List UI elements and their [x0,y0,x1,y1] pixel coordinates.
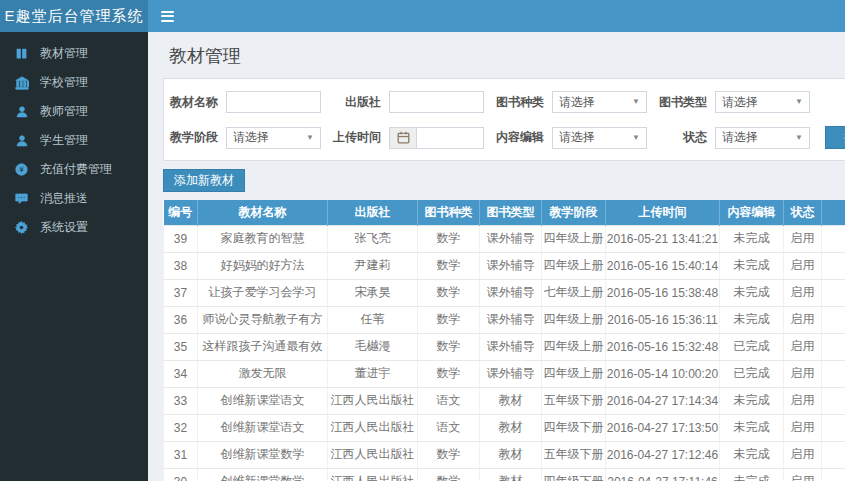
svg-text:¥: ¥ [19,165,24,174]
status-select[interactable]: 请选择 ▼ [715,127,810,149]
action-cell [822,414,845,441]
table-row: 33创维新课堂语文江西人民出版社语文教材五年级下册2016-04-27 17:1… [164,387,845,414]
filter-label-publisher: 出版社 [333,94,381,111]
table-row: 34激发无限董进宇数学课外辅导四年级上册2016-05-14 10:00:20已… [164,360,845,387]
table-cell: 家庭教育的智慧 [198,225,328,252]
table-cell: 课外辅导 [480,333,542,360]
select-value: 请选择 [722,129,758,146]
publisher-input[interactable] [389,91,484,113]
search-button[interactable]: 搜索 [825,126,845,149]
table-cell: 未完成 [720,387,784,414]
table-cell: 数学 [418,468,480,481]
table-cell: 启用 [784,306,822,333]
table-cell: 四年级上册 [542,306,606,333]
table-cell: 数学 [418,225,480,252]
textbook-table: 编号教材名称出版社图书种类图书类型教学阶段上传时间内容编辑状态 39家庭教育的智… [163,200,845,481]
sidebar-item-schools[interactable]: 学校管理 [0,68,148,97]
table-header-cell: 编号 [164,200,198,225]
table-cell: 启用 [784,279,822,306]
sidebar-item-label: 充值付费管理 [40,161,112,178]
sidebar-item-label: 学生管理 [40,132,88,149]
table-header-cell: 出版社 [328,200,418,225]
action-cell [822,306,845,333]
table-cell: 宋承昊 [328,279,418,306]
table-cell: 2016-04-27 17:11:46 [606,468,720,481]
table-header-cell [822,200,845,225]
table-cell: 启用 [784,468,822,481]
table-cell: 教材 [480,441,542,468]
table-cell: 已完成 [720,333,784,360]
table-cell: 这样跟孩子沟通最有效 [198,333,328,360]
table-cell: 任苇 [328,306,418,333]
chevron-down-icon: ▼ [632,98,640,106]
sidebar-item-teachers[interactable]: 教师管理 [0,97,148,126]
sidebar-item-settings[interactable]: 系统设置 [0,213,148,242]
sidebar-toggle-icon[interactable] [161,11,174,22]
action-cell [822,468,845,481]
table-cell: 课外辅导 [480,252,542,279]
table-cell: 38 [164,252,198,279]
sidebar-item-students[interactable]: 学生管理 [0,126,148,155]
table-header-cell: 图书类型 [480,200,542,225]
table-cell: 35 [164,333,198,360]
table-cell: 未完成 [720,225,784,252]
table-cell: 课外辅导 [480,225,542,252]
table-cell: 数学 [418,360,480,387]
action-cell [822,225,845,252]
sidebar-item-payments[interactable]: ¥ 充值付费管理 [0,155,148,184]
book-type-select[interactable]: 请选择 ▼ [715,91,810,113]
table-cell: 未完成 [720,441,784,468]
table-cell: 启用 [784,333,822,360]
sidebar-item-label: 消息推送 [40,190,88,207]
topbar: E趣堂后台管理系统 [0,0,845,32]
table-cell: 七年级上册 [542,279,606,306]
table-cell: 江西人民出版社 [328,414,418,441]
page-title: 教材管理 [163,32,845,78]
table-cell: 2016-05-21 13:41:21 [606,225,720,252]
table-cell: 启用 [784,414,822,441]
table-cell: 2016-05-16 15:32:48 [606,333,720,360]
table-row: 31创维新课堂数学江西人民出版社数学教材五年级下册2016-04-27 17:1… [164,441,845,468]
table-header-cell: 图书种类 [418,200,480,225]
table-cell: 2016-05-16 15:38:48 [606,279,720,306]
table-cell: 37 [164,279,198,306]
gear-icon [14,220,29,235]
table-cell: 五年级下册 [542,387,606,414]
table-cell: 未完成 [720,252,784,279]
select-value: 请选择 [722,94,758,111]
filter-label-content-edit: 内容编辑 [496,129,544,146]
table-cell: 未完成 [720,468,784,481]
sidebar-item-textbooks[interactable]: 教材管理 [0,39,148,68]
upload-time-input[interactable] [416,127,484,149]
table-cell: 32 [164,414,198,441]
table-cell: 激发无限 [198,360,328,387]
textbook-name-input[interactable] [226,91,321,113]
add-textbook-button[interactable]: 添加新教材 [163,169,245,192]
content-edit-select[interactable]: 请选择 ▼ [552,127,647,149]
table-cell: 未完成 [720,279,784,306]
filter-label-textbook-name: 教材名称 [170,94,218,111]
table-cell: 四年级下册 [542,468,606,481]
content-area: 教材管理 教材名称 出版社 图书种类 请选择 [148,32,845,481]
table-cell: 师说心灵导航教子有方 [198,306,328,333]
book-icon [14,46,29,61]
action-cell [822,441,845,468]
table-cell: 启用 [784,252,822,279]
action-cell [822,279,845,306]
table-cell: 尹建莉 [328,252,418,279]
table-cell: 数学 [418,333,480,360]
book-category-select[interactable]: 请选择 ▼ [552,91,647,113]
table-cell: 启用 [784,225,822,252]
table-cell: 2016-05-16 15:40:14 [606,252,720,279]
teaching-stage-select[interactable]: 请选择 ▼ [226,127,321,149]
chevron-down-icon: ▼ [306,134,314,142]
action-cell [822,252,845,279]
table-row: 30创维新课堂数学江西人民出版社数学教材四年级下册2016-04-27 17:1… [164,468,845,481]
table-cell: 课外辅导 [480,306,542,333]
table-cell: 数学 [418,252,480,279]
table-cell: 张飞亮 [328,225,418,252]
action-cell [822,387,845,414]
table-cell: 2016-05-14 10:00:20 [606,360,720,387]
sidebar-item-messages[interactable]: 消息推送 [0,184,148,213]
teacher-icon [14,104,29,119]
